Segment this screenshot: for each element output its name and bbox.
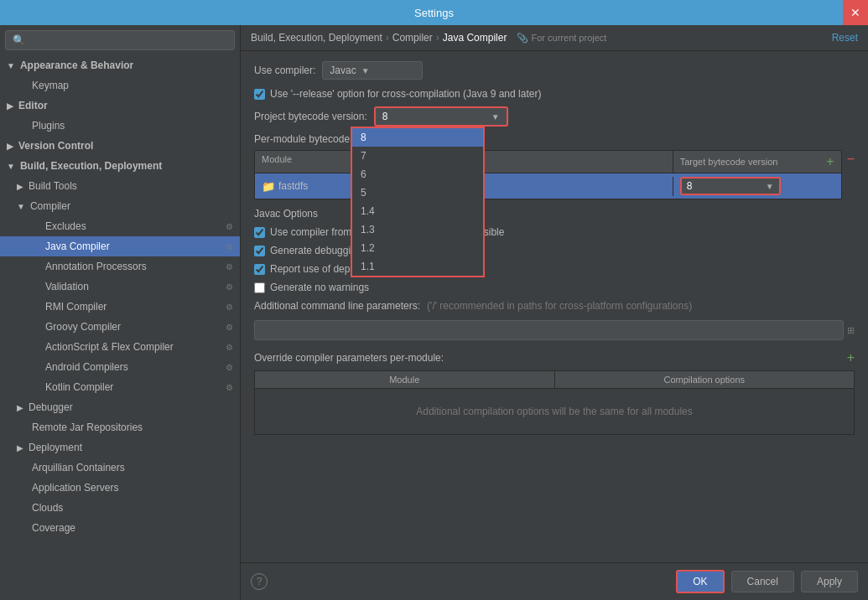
- checkbox-row-use-module-target: Use compiler from module target JDK when…: [254, 226, 855, 238]
- add-override-button[interactable]: +: [847, 350, 855, 365]
- checkboxes-container: Use compiler from module target JDK when…: [254, 226, 855, 293]
- dropdown-option-1.4[interactable]: 1.4: [352, 202, 483, 220]
- ok-button[interactable]: OK: [676, 570, 724, 593]
- breadcrumb: Build, Execution, Deployment › Compiler …: [251, 32, 606, 44]
- sidebar-label-clouds: Clouds: [32, 502, 63, 514]
- compiler-value: Javac: [330, 65, 356, 76]
- release-option-label: Use '--release' option for cross-compila…: [270, 88, 541, 100]
- use-compiler-label: Use compiler:: [254, 65, 315, 76]
- apply-button[interactable]: Apply: [801, 571, 858, 592]
- release-option-checkbox[interactable]: [254, 89, 265, 100]
- checkbox-generate-debug[interactable]: [254, 246, 265, 256]
- sidebar-item-kotlin-compiler[interactable]: Kotlin Compiler⚙: [0, 377, 240, 397]
- breadcrumb-part-1: Build, Execution, Deployment: [251, 32, 382, 44]
- remove-module-button[interactable]: −: [847, 152, 855, 167]
- checkbox-row-generate-debug: Generate debugging info: [254, 245, 855, 256]
- project-bytecode-row: Project bytecode version: 8 ▼: [254, 106, 855, 127]
- sidebar-item-excludes[interactable]: Excludes⚙: [0, 216, 240, 236]
- module-row[interactable]: 📁 fastdfs 8 ▼: [254, 173, 842, 199]
- sidebar-label-validation: Validation: [45, 281, 89, 292]
- module-table-container: Module Target bytecode version + 📁 fastd…: [254, 150, 842, 199]
- override-empty-text: Additional compilation options will be t…: [255, 389, 854, 434]
- dropdown-option-5[interactable]: 5: [352, 184, 483, 202]
- override-table-header: Module Compilation options: [255, 371, 854, 389]
- compiler-dropdown-arrow: ▼: [361, 66, 370, 75]
- bottom-bar: ? OK Cancel Apply: [241, 562, 868, 600]
- sidebar-item-rmi-compiler[interactable]: RMI Compiler⚙: [0, 297, 240, 317]
- add-module-button[interactable]: +: [826, 154, 834, 169]
- sidebar-label-build-tools: Build Tools: [29, 180, 77, 192]
- sidebar-item-actionscript-flex-compiler[interactable]: ActionScript & Flex Compiler⚙: [0, 337, 240, 357]
- checkbox-generate-no-warnings[interactable]: [254, 282, 265, 293]
- compiler-dropdown[interactable]: Javac ▼: [322, 61, 423, 80]
- close-button[interactable]: ✕: [843, 0, 868, 25]
- dialog-title: Settings: [414, 7, 454, 19]
- sidebar-item-editor[interactable]: ▶Editor: [0, 96, 240, 116]
- sidebar-item-coverage[interactable]: Coverage: [0, 518, 240, 538]
- cancel-button[interactable]: Cancel: [731, 571, 794, 592]
- dropdown-option-7[interactable]: 7: [352, 147, 483, 165]
- sidebar-item-plugins[interactable]: Plugins: [0, 116, 240, 136]
- sidebar-item-version-control[interactable]: ▶Version Control: [0, 136, 240, 156]
- sidebar-item-clouds[interactable]: Clouds: [0, 498, 240, 518]
- dropdown-option-8[interactable]: 8: [352, 128, 483, 147]
- sidebar-item-groovy-compiler[interactable]: Groovy Compiler⚙: [0, 317, 240, 337]
- cmd-params-hint: ('/' recommended in paths for cross-plat…: [427, 300, 692, 312]
- reset-button[interactable]: Reset: [832, 32, 858, 44]
- dropdown-option-1.3[interactable]: 1.3: [352, 220, 483, 239]
- sidebar-item-build-execution-deployment[interactable]: ▼Build, Execution, Deployment: [0, 156, 240, 176]
- sidebar: 🔍 ▼Appearance & BehaviorKeymap▶EditorPlu…: [0, 25, 241, 600]
- sidebar-item-keymap[interactable]: Keymap: [0, 75, 240, 96]
- module-rows: 📁 fastdfs 8 ▼: [254, 173, 842, 199]
- sidebar-label-arquillian-containers: Arquillian Containers: [32, 462, 125, 473]
- sidebar-label-debugger: Debugger: [29, 401, 73, 413]
- sidebar-item-appearance-behavior[interactable]: ▼Appearance & Behavior: [0, 55, 240, 75]
- sidebar-label-remote-jar-repositories: Remote Jar Repositories: [32, 422, 143, 433]
- sidebar-label-actionscript-flex-compiler: ActionScript & Flex Compiler: [45, 341, 174, 353]
- search-icon: 🔍: [13, 34, 25, 46]
- cmd-params-label: Additional command line parameters:: [254, 300, 420, 312]
- checkbox-row-generate-no-warnings: Generate no warnings: [254, 282, 855, 293]
- project-bytecode-dropdown[interactable]: 8 ▼: [374, 106, 508, 127]
- dropdown-option-1.1[interactable]: 1.1: [352, 257, 483, 276]
- per-module-label-row: Per-module bytecode vers...: [254, 133, 855, 145]
- sidebar-arrow-build-tools: ▶: [17, 182, 23, 191]
- sidebar-item-compiler[interactable]: ▼Compiler: [0, 196, 240, 216]
- override-section: Override compiler parameters per-module:…: [254, 350, 855, 435]
- dropdown-option-6[interactable]: 6: [352, 165, 483, 184]
- sidebar-item-validation[interactable]: Validation⚙: [0, 277, 240, 297]
- cmd-params-input-row: ⊞: [254, 320, 855, 340]
- use-compiler-row: Use compiler: Javac ▼: [254, 61, 855, 80]
- search-box[interactable]: 🔍: [5, 30, 235, 50]
- help-button[interactable]: ?: [251, 573, 268, 590]
- sidebar-arrow-compiler: ▼: [17, 202, 25, 211]
- sidebar-item-debugger[interactable]: ▶Debugger: [0, 397, 240, 417]
- sidebar-label-coverage: Coverage: [32, 522, 75, 534]
- override-header: Override compiler parameters per-module:…: [254, 350, 855, 365]
- target-version-dropdown[interactable]: 8 ▼: [680, 177, 781, 195]
- cmd-params-input[interactable]: [254, 320, 844, 340]
- content-area: Build, Execution, Deployment › Compiler …: [241, 25, 868, 600]
- sidebar-item-annotation-processors[interactable]: Annotation Processors⚙: [0, 256, 240, 277]
- sidebar-label-appearance-behavior: Appearance & Behavior: [20, 59, 133, 71]
- search-input[interactable]: [25, 34, 227, 46]
- sidebar-item-arquillian-containers[interactable]: Arquillian Containers: [0, 458, 240, 478]
- override-module-col: Module: [255, 371, 555, 388]
- sidebar-settings-icon-java-compiler: ⚙: [226, 242, 233, 251]
- override-options-col: Compilation options: [555, 371, 855, 388]
- sidebar-item-deployment[interactable]: ▶Deployment: [0, 437, 240, 458]
- sidebar-item-java-compiler[interactable]: Java Compiler⚙: [0, 236, 240, 256]
- bytecode-dropdown-list: 87651.41.31.21.1: [351, 127, 485, 277]
- sidebar-settings-icon-annotation-processors: ⚙: [226, 262, 233, 272]
- sidebar-item-build-tools[interactable]: ▶Build Tools: [0, 176, 240, 196]
- cmd-params-expand[interactable]: ⊞: [847, 325, 855, 336]
- sidebar-item-android-compilers[interactable]: Android Compilers⚙: [0, 357, 240, 377]
- dropdown-option-1.2[interactable]: 1.2: [352, 239, 483, 257]
- sidebar-item-remote-jar-repositories[interactable]: Remote Jar Repositories: [0, 417, 240, 437]
- sidebar-label-keymap: Keymap: [32, 80, 69, 91]
- checkbox-report-deprecated[interactable]: [254, 264, 265, 275]
- module-name: fastdfs: [278, 180, 308, 192]
- checkbox-use-module-target[interactable]: [254, 227, 265, 238]
- sidebar-item-application-servers[interactable]: Application Servers: [0, 478, 240, 498]
- title-bar: Settings ✕: [0, 0, 868, 25]
